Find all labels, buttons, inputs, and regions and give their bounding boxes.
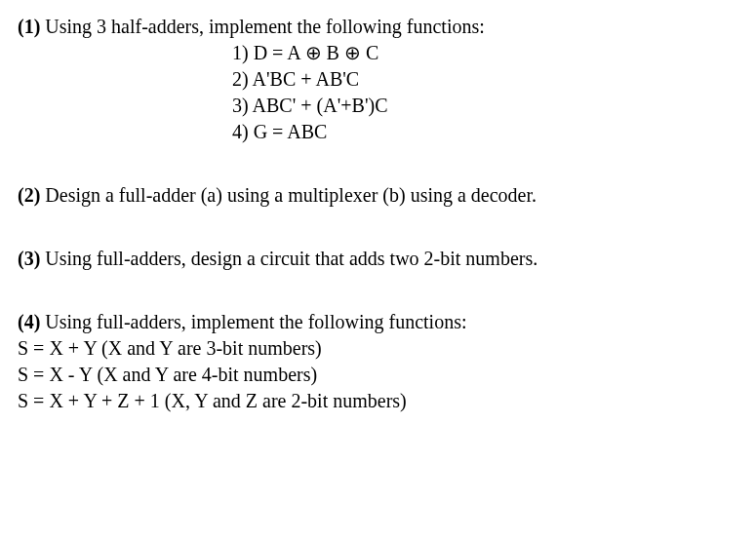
problem-2-prompt: (2) Design a full-adder (a) using a mult… [18, 182, 738, 209]
problem-1-prompt: (1) Using 3 half-adders, implement the f… [18, 14, 738, 40]
problem-1: (1) Using 3 half-adders, implement the f… [18, 14, 738, 145]
problem-prompt-text: Using full-adders, design a circuit that… [45, 248, 537, 269]
sub-item: 4) G = ABC [232, 119, 738, 145]
problem-number: (2) [18, 184, 40, 206]
sub-item: S = X + Y (X and Y are 3-bit numbers) [18, 335, 738, 362]
problem-number: (4) [18, 311, 40, 332]
problem-3: (3) Using full-adders, design a circuit … [18, 246, 738, 272]
problem-number: (1) [18, 16, 40, 37]
problem-1-subs: 1) D = A ⊕ B ⊕ C 2) A'BC + AB'C 3) ABC' … [232, 40, 738, 145]
problem-4-prompt: (4) Using full-adders, implement the fol… [18, 309, 738, 335]
sub-item: S = X + Y + Z + 1 (X, Y and Z are 2-bit … [18, 388, 738, 414]
sub-item: 2) A'BC + AB'C [232, 66, 738, 93]
problem-number: (3) [18, 248, 40, 269]
problem-3-prompt: (3) Using full-adders, design a circuit … [18, 246, 738, 272]
problem-4: (4) Using full-adders, implement the fol… [18, 309, 738, 414]
sub-item: 3) ABC' + (A'+B')C [232, 93, 738, 119]
problem-prompt-text: Design a full-adder (a) using a multiple… [45, 184, 537, 206]
problem-2: (2) Design a full-adder (a) using a mult… [18, 182, 738, 209]
problem-prompt-text: Using full-adders, implement the followi… [45, 311, 466, 332]
problem-prompt-text: Using 3 half-adders, implement the follo… [45, 16, 484, 37]
problem-4-subs: S = X + Y (X and Y are 3-bit numbers) S … [18, 335, 738, 414]
sub-item: S = X - Y (X and Y are 4-bit numbers) [18, 362, 738, 388]
sub-item: 1) D = A ⊕ B ⊕ C [232, 40, 738, 66]
